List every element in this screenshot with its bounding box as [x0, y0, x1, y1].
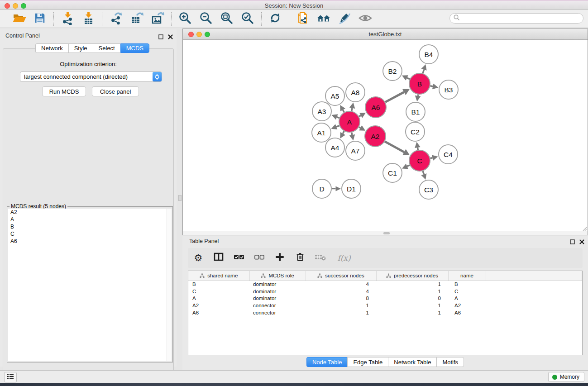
table-row[interactable]: Cdominator41C	[188, 288, 582, 295]
graph-node-label: A	[347, 118, 352, 126]
graph-edge[interactable]	[352, 108, 352, 111]
apply-layout-button[interactable]	[268, 12, 282, 26]
function-builder-button: f(x)	[335, 252, 353, 264]
graph-edge[interactable]	[385, 92, 404, 102]
tab-edge-table[interactable]: Edge Table	[347, 357, 388, 367]
search-icon	[453, 14, 460, 23]
export-network-button[interactable]	[109, 12, 123, 26]
result-item[interactable]: B	[8, 223, 167, 230]
tab-network[interactable]: Network	[35, 43, 68, 53]
float-panel-icon[interactable]	[570, 238, 575, 246]
criterion-select[interactable]: largest connected component (directed)	[20, 71, 162, 82]
graph-edge[interactable]	[359, 115, 361, 116]
graph-edge[interactable]	[423, 171, 424, 174]
task-history-button[interactable]	[4, 372, 17, 382]
graph-node-label: A4	[331, 144, 339, 152]
result-item[interactable]: C	[8, 230, 167, 238]
graph-edge[interactable]	[359, 127, 360, 128]
network-hscrollbar[interactable]	[183, 231, 588, 235]
column-header-predecessor-nodes[interactable]: predecessor nodes	[376, 271, 448, 281]
table-settings-button[interactable]: ⚙	[192, 252, 204, 264]
export-table-button[interactable]	[129, 12, 144, 26]
result-scrollbar[interactable]	[167, 209, 172, 361]
panel-splitter-handle[interactable]	[178, 195, 182, 201]
hide-annotations-button[interactable]	[337, 12, 352, 26]
memory-button[interactable]: Memory	[548, 372, 584, 382]
document-network-icon	[296, 11, 310, 27]
column-header-shared-name[interactable]: shared name	[188, 271, 249, 281]
search-box[interactable]	[449, 13, 583, 24]
tab-mcds[interactable]: MCDS	[120, 43, 149, 53]
graph-edge[interactable]	[336, 126, 339, 127]
show-graphics-button[interactable]	[358, 12, 373, 26]
graph-edge[interactable]	[407, 78, 410, 79]
graph-edge[interactable]	[343, 131, 344, 133]
import-table-icon	[81, 11, 95, 27]
graph-edge[interactable]	[430, 86, 433, 86]
tab-style[interactable]: Style	[68, 43, 93, 53]
zoom-out-button[interactable]	[199, 12, 213, 26]
table-row[interactable]: Bdominator41B	[188, 281, 582, 288]
status-bar: Memory	[0, 370, 588, 383]
graph-edge[interactable]	[343, 110, 344, 112]
network-window-titlebar[interactable]: testGlobe.txt	[183, 29, 588, 40]
result-item[interactable]: A	[8, 216, 167, 223]
graph-edge[interactable]	[385, 142, 404, 152]
tab-motifs[interactable]: Motifs	[436, 357, 464, 367]
table-row[interactable]: A2connector11A2	[188, 302, 582, 309]
main-toolbar	[0, 10, 588, 28]
close-panel-icon[interactable]	[168, 33, 173, 41]
save-session-button[interactable]	[33, 12, 47, 26]
delete-column-button[interactable]	[294, 252, 306, 264]
graph-edge-arrowhead	[415, 142, 421, 148]
graph-edge[interactable]	[430, 158, 432, 158]
column-header-mcds-role[interactable]: MCDS role	[249, 271, 306, 281]
network-canvas[interactable]: AA1A2A3A4A5A6A7A8BB1B2B3B4CC1C2C3C4DD1	[183, 40, 588, 235]
plus-icon	[275, 252, 285, 264]
network-from-file-button[interactable]	[296, 12, 310, 26]
import-network-button[interactable]	[60, 12, 75, 26]
table-row[interactable]: A6connector11A6	[188, 309, 582, 316]
graph-edge[interactable]	[417, 148, 418, 150]
float-panel-icon[interactable]	[158, 33, 163, 41]
import-table-button[interactable]	[81, 12, 96, 26]
hierarchy-icon	[261, 273, 266, 278]
zoom-selected-button[interactable]	[240, 12, 255, 26]
unselect-all-button[interactable]	[253, 252, 265, 264]
network-hscroll-thumb[interactable]	[383, 232, 390, 234]
delete-table-button	[315, 252, 326, 264]
network-graph[interactable]: AA1A2A3A4A5A6A7A8BB1B2B3B4CC1C2C3C4DD1	[183, 40, 588, 231]
result-item[interactable]: A2	[8, 209, 167, 216]
home-networks-button[interactable]	[316, 12, 331, 26]
graph-edge[interactable]	[337, 117, 339, 118]
zoom-in-button[interactable]	[178, 12, 192, 26]
search-input[interactable]	[460, 15, 583, 22]
tab-network-table[interactable]: Network Table	[388, 357, 436, 367]
table-toolbar: ⚙ f(x)	[188, 248, 583, 268]
column-header-successor-nodes[interactable]: successor nodes	[306, 271, 376, 281]
run-mcds-button[interactable]: Run MCDS	[42, 86, 86, 96]
export-image-button[interactable]	[150, 12, 165, 26]
graph-edge[interactable]	[423, 70, 424, 73]
select-all-button[interactable]	[233, 252, 245, 264]
close-panel-button[interactable]: Close panel	[92, 86, 139, 96]
tab-select[interactable]: Select	[93, 43, 120, 53]
zoom-fit-button[interactable]	[220, 12, 234, 26]
tab-node-table[interactable]: Node Table	[306, 357, 348, 367]
table-cell: connector	[249, 302, 306, 309]
resize-grip-icon[interactable]	[582, 225, 587, 230]
table-cell: dominator	[249, 295, 306, 302]
table-cell: A6	[448, 309, 486, 316]
result-item[interactable]: A6	[8, 238, 167, 245]
column-header-name[interactable]: name	[448, 271, 486, 281]
add-column-button[interactable]	[274, 252, 286, 264]
column-header-empty	[486, 271, 582, 281]
table-row[interactable]: Adominator80A	[188, 295, 582, 302]
open-session-button[interactable]	[12, 12, 26, 26]
graph-edge[interactable]	[407, 165, 410, 167]
zoom-in-icon	[178, 11, 192, 27]
show-columns-button[interactable]	[213, 252, 225, 264]
close-panel-icon[interactable]	[579, 238, 584, 246]
graph-edge[interactable]	[352, 133, 352, 135]
hierarchy-icon	[200, 273, 205, 278]
